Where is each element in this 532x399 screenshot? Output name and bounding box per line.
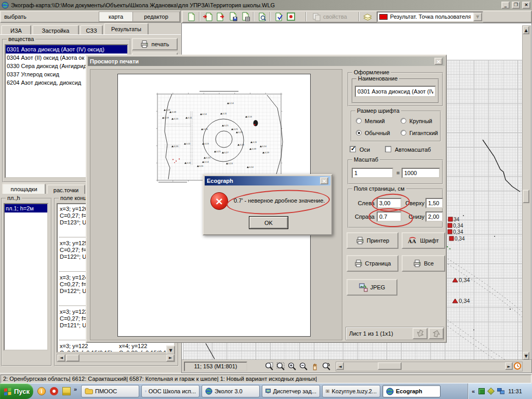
radio-giant[interactable] (401, 130, 406, 136)
check-button[interactable] (272, 11, 285, 22)
tab-calc-points[interactable]: рас.точки (47, 184, 85, 194)
error-title-bar: Ecograph × (205, 176, 330, 185)
quicklaunch-browser-icon[interactable] (50, 387, 58, 395)
tab-editor[interactable]: редактор (133, 11, 180, 22)
restore-button[interactable]: ❐ (512, 2, 520, 9)
preview-button[interactable] (256, 11, 268, 22)
taskbar-button-doc[interactable]: W ООС Школа исп... (141, 385, 200, 397)
ok-button[interactable]: OK (249, 217, 288, 229)
radio-large[interactable] (401, 118, 406, 124)
zoom-in-button[interactable] (286, 361, 298, 371)
printer-icon (354, 259, 363, 268)
margin-top-input[interactable] (425, 198, 443, 208)
folder-icon (85, 388, 93, 395)
tray-diamond-icon[interactable] (487, 388, 495, 395)
scroll-down-button[interactable]: ▼ (523, 352, 529, 360)
scale-left-input[interactable] (352, 168, 393, 178)
dialog-close-button[interactable]: × (434, 58, 443, 65)
tab-iza[interactable]: ИЗА (1, 25, 31, 34)
properties-button[interactable]: свойства (308, 11, 351, 22)
quicklaunch-notes-icon[interactable] (62, 387, 71, 395)
zoom-out-button[interactable] (297, 361, 310, 371)
tray-network-icon[interactable] (497, 388, 504, 394)
pan-hand-button[interactable] (309, 361, 321, 371)
new-report-button[interactable] (185, 11, 197, 22)
tab-areas[interactable]: площадки (2, 183, 46, 194)
radio-small-label: Мелкий (365, 118, 385, 124)
taskbar-button-ecolog[interactable]: Эколог 3.0 (202, 385, 260, 397)
name-group: Наименование (352, 78, 439, 103)
save-table-button[interactable] (239, 11, 251, 22)
tab-zastroika[interactable]: Застройка (32, 25, 79, 34)
scroll-left-button[interactable]: ◄ (57, 354, 65, 362)
axes-checkbox[interactable] (350, 146, 356, 152)
scroll-thumb[interactable] (523, 190, 529, 203)
save-report-button[interactable] (227, 11, 239, 22)
svg-text:0,14: 0,14 (262, 145, 267, 148)
svg-text:0,34: 0,34 (455, 236, 465, 242)
layer-combo[interactable]: Результат. Точка пользователя ▼ (377, 11, 483, 22)
margin-bottom-input[interactable] (425, 211, 443, 222)
view-frame-button[interactable] (285, 11, 297, 22)
zoom-rect-button[interactable] (274, 361, 287, 371)
jpeg-button[interactable]: JPEG (347, 279, 397, 296)
autoscale-checkbox[interactable] (385, 146, 391, 152)
word-doc-icon: W (145, 388, 147, 395)
radio-small[interactable] (356, 118, 362, 124)
combo-dropdown-button[interactable]: ▼ (473, 12, 482, 21)
printer-icon (413, 259, 421, 268)
svg-text:0,11: 0,11 (187, 162, 192, 164)
taskbar-button-pmoos[interactable]: ПМООС (81, 385, 139, 397)
error-close-button[interactable]: × (320, 177, 328, 184)
prev-sheet-button[interactable] (413, 328, 428, 339)
scroll-thumb[interactable] (378, 362, 402, 370)
quicklaunch-info-icon[interactable]: i (37, 387, 46, 395)
svg-text:0,18: 0,18 (172, 111, 177, 113)
name-input[interactable] (355, 86, 436, 97)
scroll-thumb[interactable] (66, 354, 79, 362)
all-button[interactable]: Все (402, 255, 445, 272)
export-button[interactable] (214, 11, 227, 22)
refresh-clock-icon[interactable] (513, 362, 522, 370)
tab-editor-label: редактор (144, 14, 168, 20)
layers-button[interactable] (361, 11, 375, 22)
print-button[interactable]: печать (132, 38, 178, 50)
import-button[interactable] (202, 11, 214, 22)
minimize-button[interactable]: _ (501, 2, 510, 9)
quicklaunch-more-chevron[interactable]: » (74, 386, 77, 392)
margin-right-input[interactable] (377, 211, 402, 222)
printer-icon (356, 236, 364, 245)
scroll-right-button[interactable]: ► (505, 362, 513, 370)
font-button[interactable]: AA Шрифт (402, 232, 445, 249)
page-button[interactable]: Страница (347, 255, 398, 272)
radio-normal[interactable] (356, 130, 362, 136)
scroll-right-button[interactable]: ► (166, 354, 175, 362)
tray-collapse-chevron[interactable]: « (472, 388, 475, 394)
tab-szz[interactable]: СЗЗ (80, 25, 103, 34)
next-sheet-button[interactable] (429, 328, 444, 339)
tray-green-app-icon[interactable] (478, 388, 485, 394)
close-button[interactable]: × (522, 2, 530, 9)
substance-item[interactable]: 0301 Азота диоксид (Азот (IV) оксид) (6, 45, 127, 54)
zoom-page-button[interactable] (263, 361, 275, 371)
taskbar-button-ecograph[interactable]: Ecograph (382, 385, 441, 397)
scale-right-input[interactable] (402, 168, 440, 178)
tab-results[interactable]: Результаты (104, 23, 149, 34)
printer-button[interactable]: Принтер (347, 232, 398, 249)
tab-areas-label: площадки (10, 186, 37, 192)
zoom-rect-icon (276, 362, 285, 371)
conc-cell[interactable]: x=3; y=122C=0,27; f=0,15(0,15)D=122°; U=… (59, 342, 116, 353)
menu-select[interactable]: выбрать (4, 14, 26, 20)
scroll-up-button[interactable]: ▲ (523, 26, 529, 34)
scroll-left-button[interactable]: ◄ (336, 362, 344, 370)
taskbar-button-taskmanager[interactable]: Диспетчер зад... (262, 385, 320, 397)
start-button[interactable]: Пуск (0, 383, 33, 399)
margin-left-input[interactable] (377, 198, 402, 208)
jpeg-button-label: JPEG (370, 284, 385, 290)
taskbar-button-video[interactable]: Kozyrnye.tuzy.2... (322, 385, 380, 397)
zoom-in-icon (288, 362, 297, 371)
tab-map[interactable]: карта (99, 11, 133, 22)
pl-item[interactable]: пл.1; h=2м (5, 204, 47, 212)
zoom-select-button[interactable] (320, 361, 332, 371)
axes-checkbox-label: Оси (360, 147, 370, 153)
